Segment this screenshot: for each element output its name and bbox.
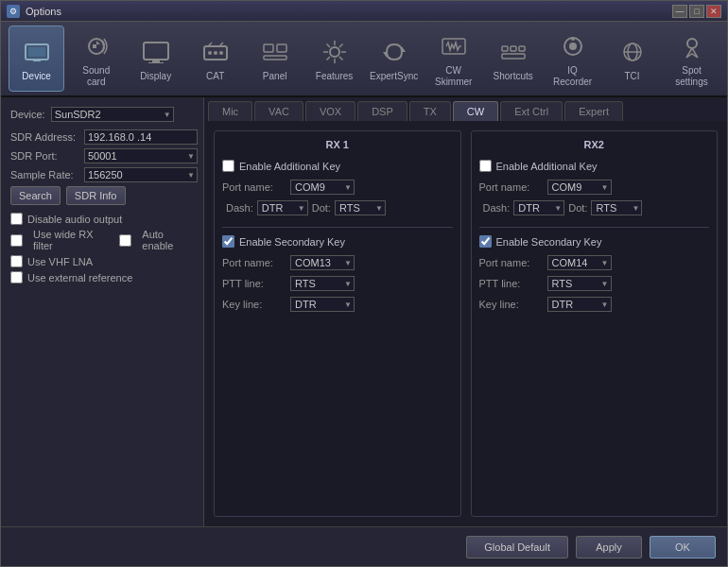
sample-rate-select[interactable]: 156250 xyxy=(84,167,198,182)
rx1-dot-label: Dot: xyxy=(312,202,331,214)
rx2-dash-label: Dash: xyxy=(483,202,511,214)
toolbar-item-display[interactable]: Display xyxy=(128,26,183,92)
rx2-key-select-wrap: DTRRTS xyxy=(547,297,612,312)
svg-point-9 xyxy=(214,51,217,55)
rx1-sec-port-select-wrap: COM13 COM1COM9COM14 xyxy=(290,255,355,270)
toolbar-item-iq-recorder[interactable]: IQ Recorder xyxy=(545,26,600,92)
tab-mic[interactable]: Mic xyxy=(208,101,252,121)
toolbar-item-expertsync[interactable]: ExpertSync xyxy=(366,26,422,92)
rx1-secondary-key-checkbox[interactable] xyxy=(222,235,234,248)
sound-card-label: Sound card xyxy=(72,65,120,88)
rx1-port-name-row: Port name: COM9 COM1COM2COM3 COM13COM14 xyxy=(222,180,453,195)
svg-marker-16 xyxy=(383,52,387,58)
sdr-port-row: SDR Port: 50001 xyxy=(10,148,194,163)
options-window: ⚙ Options — □ ✕ Device xyxy=(0,0,728,567)
svg-rect-13 xyxy=(264,56,286,60)
tab-vac[interactable]: VAC xyxy=(254,101,303,121)
tab-dsp[interactable]: DSP xyxy=(357,101,407,121)
rx2-sec-port-select-wrap: COM14 COM1COM9COM13 xyxy=(547,255,612,270)
rx1-port-select[interactable]: COM9 COM1COM2COM3 COM13COM14 xyxy=(290,180,355,195)
rx2-dash-select[interactable]: DTRRTS xyxy=(513,200,564,215)
sdr-address-label: SDR Address: xyxy=(10,131,84,143)
svg-point-10 xyxy=(219,51,223,55)
use-vhf-label: Use VHF LNA xyxy=(27,256,93,267)
rx1-key-select[interactable]: DTRRTS xyxy=(290,297,355,312)
rx1-ptt-select[interactable]: RTSDTR xyxy=(290,276,355,291)
sdr-address-row: SDR Address: xyxy=(10,129,194,145)
title-buttons: — □ ✕ xyxy=(672,5,721,18)
rx2-ptt-select-wrap: RTSDTR xyxy=(547,276,612,291)
shortcuts-label: Shortcuts xyxy=(494,71,533,82)
toolbar-item-tci[interactable]: TCI xyxy=(604,26,660,92)
rx1-additional-section: Enable Additional Key Port name: COM9 CO… xyxy=(222,160,453,215)
sound-card-icon xyxy=(79,29,113,63)
svg-rect-5 xyxy=(152,60,160,62)
minimize-button[interactable]: — xyxy=(672,5,687,18)
sdr-address-input[interactable] xyxy=(84,129,198,145)
rx2-port-select-wrap: COM9 COM1COM2COM13COM14 xyxy=(547,180,612,195)
rx2-additional-key-checkbox[interactable] xyxy=(479,160,492,172)
device-select[interactable]: SunSDR2 xyxy=(51,107,174,122)
rx1-dot-select[interactable]: RTSDTR xyxy=(335,200,386,215)
ok-button[interactable]: OK xyxy=(650,536,716,558)
rx1-panel: RX 1 Enable Additional Key Port name: CO… xyxy=(214,130,461,517)
rx2-key-select[interactable]: DTRRTS xyxy=(547,297,612,312)
rx1-additional-key-checkbox[interactable] xyxy=(222,160,234,172)
toolbar-item-sound-card[interactable]: Sound card xyxy=(68,26,124,92)
search-button[interactable]: Search xyxy=(10,186,61,205)
toolbar-item-device[interactable]: Device xyxy=(9,26,64,92)
toolbar-item-spot-settings[interactable]: Spot settings xyxy=(664,26,719,92)
rx2-port-select[interactable]: COM9 COM1COM2COM13COM14 xyxy=(547,180,612,195)
use-ext-ref-checkbox[interactable] xyxy=(10,271,23,284)
auto-enable-label: Auto enable xyxy=(142,229,194,251)
apply-button[interactable]: Apply xyxy=(576,536,642,558)
disable-audio-checkbox[interactable] xyxy=(10,213,23,225)
left-panel: Device: SunSDR2 SDR Address: SDR Port: 5… xyxy=(1,97,204,526)
use-vhf-row: Use VHF LNA xyxy=(10,255,194,267)
rx2-sec-port-row: Port name: COM14 COM1COM9COM13 xyxy=(479,255,710,270)
cw-tab-content: RX 1 Enable Additional Key Port name: CO… xyxy=(204,121,727,526)
svg-rect-19 xyxy=(511,46,516,51)
wide-rx-checkbox[interactable] xyxy=(10,234,23,247)
auto-enable-checkbox[interactable] xyxy=(119,234,131,247)
sample-rate-row: Sample Rate: 156250 xyxy=(10,167,194,182)
wide-rx-row: Use wide RX filter Auto enable xyxy=(10,229,194,251)
tab-tx[interactable]: TX xyxy=(409,101,451,121)
close-button[interactable]: ✕ xyxy=(706,5,721,18)
rx2-dot-select[interactable]: RTSDTR xyxy=(591,200,642,215)
global-default-button[interactable]: Global Default xyxy=(466,536,568,558)
device-field-label: Device: xyxy=(10,109,45,120)
sdr-info-button[interactable]: SDR Info xyxy=(66,186,126,205)
toolbar-item-features[interactable]: Features xyxy=(306,26,362,92)
tab-cw[interactable]: CW xyxy=(453,101,498,121)
rx2-sec-port-select[interactable]: COM14 COM1COM9COM13 xyxy=(547,255,612,270)
rx1-dash-select[interactable]: DTRRTS xyxy=(257,200,308,215)
cat-icon xyxy=(199,35,233,69)
sdr-port-select-wrap: 50001 xyxy=(84,148,198,163)
tab-expert[interactable]: Expert xyxy=(564,101,623,121)
sdr-port-select[interactable]: 50001 xyxy=(84,148,198,163)
rx2-additional-section: Enable Additional Key Port name: COM9 CO… xyxy=(479,160,710,215)
toolbar-item-panel[interactable]: Panel xyxy=(247,26,303,92)
rx1-sec-port-select[interactable]: COM13 COM1COM9COM14 xyxy=(290,255,355,270)
rx2-ptt-select[interactable]: RTSDTR xyxy=(547,276,612,291)
toolbar-item-shortcuts[interactable]: Shortcuts xyxy=(485,26,541,92)
tab-ext-ctrl[interactable]: Ext Ctrl xyxy=(500,101,563,121)
svg-rect-4 xyxy=(144,43,168,60)
rx2-secondary-section: Enable Secondary Key Port name: COM14 CO… xyxy=(479,235,710,312)
maximize-button[interactable]: □ xyxy=(689,5,704,18)
rx2-dot-label: Dot: xyxy=(568,202,587,214)
svg-rect-12 xyxy=(277,44,286,52)
spot-settings-label: Spot settings xyxy=(667,65,716,88)
title-bar: ⚙ Options — □ ✕ xyxy=(1,1,727,22)
wide-rx-label: Use wide RX filter xyxy=(33,229,110,251)
svg-point-28 xyxy=(687,39,697,48)
tab-vox[interactable]: VOX xyxy=(305,101,355,121)
toolbar-item-cat[interactable]: CAT xyxy=(187,26,243,92)
rx2-secondary-key-checkbox[interactable] xyxy=(479,235,492,248)
window-title: Options xyxy=(26,6,672,17)
toolbar-item-cw-skimmer[interactable]: CW Skimmer xyxy=(425,26,481,92)
rx1-divider xyxy=(222,227,453,228)
use-ext-ref-row: Use external reference xyxy=(10,271,194,284)
use-vhf-checkbox[interactable] xyxy=(10,255,23,267)
